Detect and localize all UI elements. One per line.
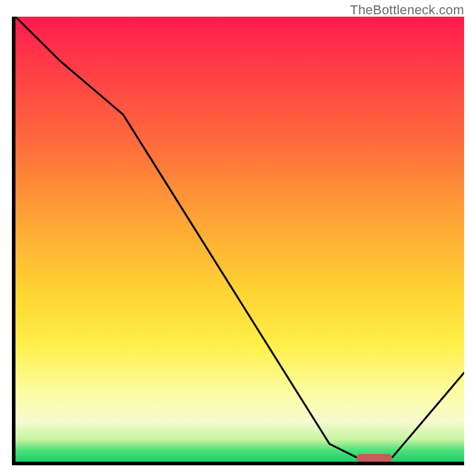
attribution-text: TheBottleneck.com xyxy=(350,2,464,18)
plot-frame xyxy=(12,17,464,465)
chart-stage: TheBottleneck.com xyxy=(0,0,476,476)
bottleneck-curve xyxy=(15,17,464,462)
optimal-range-marker xyxy=(356,454,392,462)
